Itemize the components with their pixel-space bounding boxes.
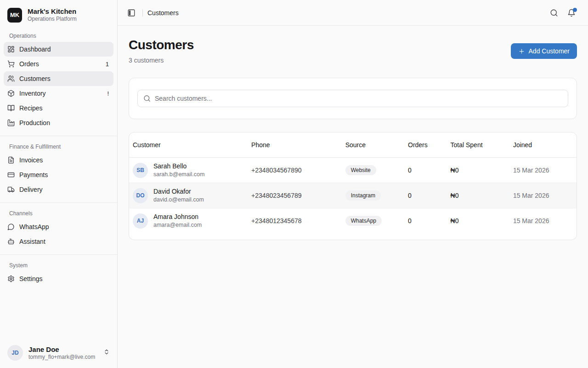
panel-left-icon bbox=[127, 9, 136, 17]
search-card bbox=[129, 78, 577, 119]
sidebar-item-settings[interactable]: Settings bbox=[4, 271, 113, 286]
sidebar-item-label: Delivery bbox=[19, 186, 110, 193]
sidebar-item-label: Settings bbox=[19, 275, 110, 282]
book-open-icon bbox=[7, 104, 15, 112]
search-icon bbox=[550, 9, 558, 17]
customer-identity: Amara Johnson amara@email.com bbox=[153, 213, 202, 229]
customer-phone: +2348034567890 bbox=[248, 158, 342, 183]
table-row[interactable]: AJ Amara Johnson amara@email.com +234801… bbox=[129, 208, 577, 234]
page-title-block: Customers 3 customers bbox=[129, 38, 194, 64]
section-label-operations: Operations bbox=[0, 25, 117, 42]
truck-icon bbox=[7, 186, 15, 193]
customer-cell: SB Sarah Bello sarah.b@email.com bbox=[133, 162, 244, 178]
sidebar-item-recipes[interactable]: Recipes bbox=[4, 101, 113, 115]
sidebar-item-label: Production bbox=[19, 119, 110, 126]
page-title: Customers bbox=[129, 38, 194, 52]
orders-count: 0 bbox=[404, 158, 447, 183]
file-text-icon bbox=[7, 156, 15, 164]
customer-email: sarah.b@email.com bbox=[153, 171, 204, 178]
customer-name: David Okafor bbox=[153, 188, 204, 196]
table-header-row: Customer Phone Source Orders Total Spent… bbox=[129, 132, 577, 158]
package-icon bbox=[7, 90, 15, 97]
orders-count-badge: 1 bbox=[106, 61, 110, 68]
user-name: Jane Doe bbox=[28, 345, 95, 354]
search-button[interactable] bbox=[548, 6, 560, 19]
total-spent: ₦0 bbox=[447, 208, 509, 234]
sidebar-item-delivery[interactable]: Delivery bbox=[4, 182, 113, 197]
section-label-channels: Channels bbox=[0, 203, 117, 219]
sidebar-item-label: WhatsApp bbox=[19, 223, 110, 230]
customer-cell: AJ Amara Johnson amara@email.com bbox=[133, 213, 244, 229]
user-info: Jane Doe tommy_flo+mark@live.com bbox=[28, 345, 95, 361]
sidebar-item-label: Payments bbox=[19, 171, 110, 178]
sidebar-item-inventory[interactable]: Inventory ! bbox=[4, 86, 113, 101]
sidebar-toggle-button[interactable] bbox=[125, 6, 138, 19]
search-box bbox=[137, 90, 568, 107]
page-header: Customers 3 customers Add Customer bbox=[129, 38, 577, 64]
search-customers-input[interactable] bbox=[155, 95, 562, 102]
app-header: MK Mark's Kitchen Operations Platform bbox=[0, 0, 117, 25]
customer-name: Sarah Bello bbox=[153, 162, 204, 170]
sidebar-item-label: Inventory bbox=[19, 90, 102, 97]
notification-dot bbox=[573, 8, 577, 12]
customer-identity: David Okafor david.o@email.com bbox=[153, 188, 204, 203]
joined-date: 15 Mar 2026 bbox=[509, 158, 577, 183]
sidebar-item-label: Dashboard bbox=[19, 46, 110, 53]
source-badge: WhatsApp bbox=[345, 216, 382, 226]
customer-name: Amara Johnson bbox=[153, 213, 202, 221]
search-icon bbox=[143, 95, 151, 102]
sidebar-item-label: Assistant bbox=[19, 238, 110, 245]
customers-table: Customer Phone Source Orders Total Spent… bbox=[129, 132, 577, 233]
app-title-block: Mark's Kitchen Operations Platform bbox=[28, 7, 77, 23]
sidebar-item-dashboard[interactable]: Dashboard bbox=[4, 42, 113, 57]
sidebar-item-assistant[interactable]: Assistant bbox=[4, 234, 113, 249]
notifications-button[interactable] bbox=[565, 6, 578, 19]
nav-system: Settings bbox=[0, 271, 117, 286]
customer-email: amara@email.com bbox=[153, 221, 202, 229]
customer-phone: +2348012345678 bbox=[248, 208, 342, 234]
total-spent: ₦0 bbox=[447, 183, 509, 208]
credit-card-icon bbox=[7, 171, 15, 178]
layout-dashboard-icon bbox=[7, 46, 15, 53]
sidebar-item-payments[interactable]: Payments bbox=[4, 167, 113, 182]
app-logo: MK bbox=[7, 8, 22, 23]
table-row[interactable]: DO David Okafor david.o@email.com +23480… bbox=[129, 183, 577, 208]
sidebar-item-whatsapp[interactable]: WhatsApp bbox=[4, 219, 113, 234]
sidebar-item-label: Customers bbox=[19, 75, 110, 82]
orders-count: 0 bbox=[404, 208, 447, 234]
customer-cell: DO David Okafor david.o@email.com bbox=[133, 188, 244, 203]
avatar: SB bbox=[133, 163, 148, 178]
shopping-cart-icon bbox=[7, 60, 15, 68]
nav-finance: Invoices Payments Delivery bbox=[0, 153, 117, 197]
customer-identity: Sarah Bello sarah.b@email.com bbox=[153, 162, 204, 178]
joined-date: 15 Mar 2026 bbox=[509, 208, 577, 234]
add-customer-button[interactable]: Add Customer bbox=[511, 43, 577, 59]
section-label-finance: Finance & Fulfillment bbox=[0, 136, 117, 153]
table-row[interactable]: SB Sarah Bello sarah.b@email.com +234803… bbox=[129, 158, 577, 183]
topbar: Customers bbox=[118, 0, 588, 26]
sidebar-item-production[interactable]: Production bbox=[4, 115, 113, 130]
app-name: Mark's Kitchen bbox=[28, 7, 77, 16]
column-header-customer: Customer bbox=[129, 132, 248, 158]
sidebar-item-orders[interactable]: Orders 1 bbox=[4, 57, 113, 71]
column-header-phone: Phone bbox=[248, 132, 342, 158]
user-menu[interactable]: JD Jane Doe tommy_flo+mark@live.com bbox=[0, 339, 117, 368]
user-email: tommy_flo+mark@live.com bbox=[28, 354, 95, 361]
customers-table-card: Customer Phone Source Orders Total Spent… bbox=[129, 132, 577, 240]
column-header-joined: Joined bbox=[509, 132, 577, 158]
topbar-actions bbox=[548, 6, 578, 19]
avatar: AJ bbox=[133, 213, 148, 229]
factory-icon bbox=[7, 119, 15, 126]
customer-phone: +2348023456789 bbox=[248, 183, 342, 208]
joined-date: 15 Mar 2026 bbox=[509, 183, 577, 208]
message-circle-icon bbox=[7, 223, 15, 230]
sidebar-item-customers[interactable]: Customers bbox=[4, 71, 113, 86]
sidebar-item-label: Invoices bbox=[19, 156, 110, 164]
customer-email: david.o@email.com bbox=[153, 196, 204, 203]
gear-icon bbox=[7, 275, 15, 282]
sidebar-item-invoices[interactable]: Invoices bbox=[4, 153, 113, 167]
add-customer-label: Add Customer bbox=[529, 47, 570, 55]
column-header-source: Source bbox=[342, 132, 404, 158]
source-badge: Website bbox=[345, 165, 376, 175]
main-area: Customers Customers 3 customers Add Cust… bbox=[118, 0, 588, 368]
